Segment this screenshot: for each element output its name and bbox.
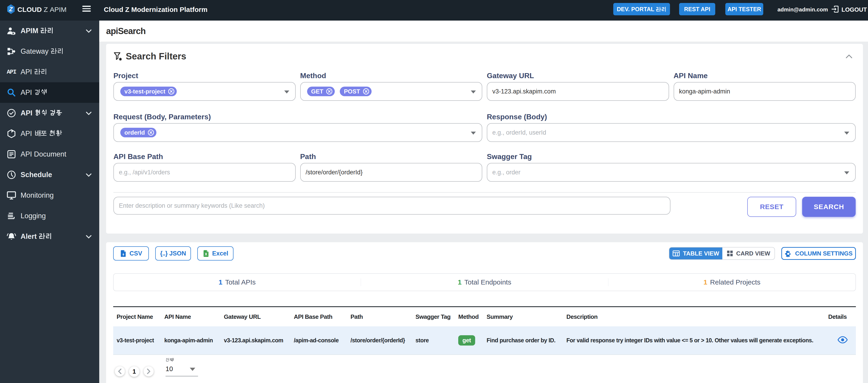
svg-text:X: X — [205, 252, 207, 256]
svg-text:Z: Z — [9, 6, 13, 12]
